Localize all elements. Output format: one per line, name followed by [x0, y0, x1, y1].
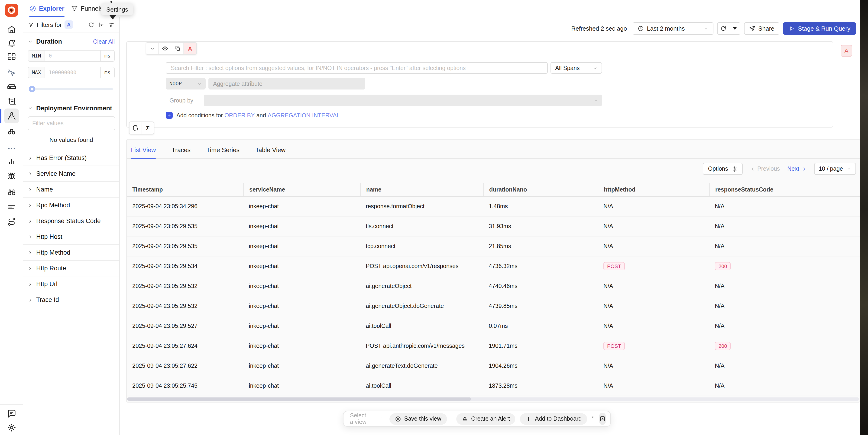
pipelines-route-icon[interactable]	[7, 217, 16, 226]
more-ellipsis-icon[interactable]	[7, 144, 16, 153]
shortcuts-panel-button[interactable]	[599, 413, 606, 425]
stage-run-query-button[interactable]: Stage & Run Query	[783, 22, 856, 35]
order-by-link[interactable]: ORDER BY	[224, 112, 255, 119]
explorer-binoculars-icon[interactable]	[7, 187, 16, 197]
view-tab-traces[interactable]: Traces	[172, 146, 191, 158]
previous-page-button[interactable]: Previous	[750, 166, 780, 172]
dashboards-grid-icon[interactable]	[7, 52, 16, 61]
deployment-filter-input[interactable]	[28, 116, 115, 130]
duration-max-input[interactable]	[45, 67, 100, 78]
table-row[interactable]: 2025-09-04 23:05:29.527inkeep-chatai.too…	[127, 316, 860, 336]
page-size-select[interactable]: 10 / page	[814, 163, 856, 175]
filter-section-http-url[interactable]: Http Url	[23, 276, 119, 292]
cell-responsestatuscode: 200	[709, 262, 860, 270]
table-row[interactable]: 2025-09-04 23:05:27.624inkeep-chatPOST a…	[127, 336, 860, 356]
view-tab-table-view[interactable]: Table View	[255, 146, 285, 158]
filter-section-has-error-status-[interactable]: Has Error (Status)	[23, 150, 119, 166]
home-icon[interactable]	[7, 25, 16, 34]
query-a-badge-red[interactable]: A	[184, 43, 196, 54]
status-badge: POST	[603, 262, 625, 270]
duration-min-input[interactable]	[45, 51, 100, 61]
filter-section-rpc-method[interactable]: Rpc Method	[23, 197, 119, 213]
slider-handle[interactable]	[29, 86, 35, 92]
list-lines-icon[interactable]	[7, 202, 16, 211]
table-row[interactable]: 2025-09-04 23:05:29.535inkeep-chattls.co…	[127, 216, 860, 236]
filter-section-service-name[interactable]: Service Name	[23, 166, 119, 181]
collapse-query-button[interactable]	[146, 43, 159, 54]
table-row[interactable]: 2025-09-04 23:05:29.535inkeep-chattcp.co…	[127, 236, 860, 257]
refresh-button[interactable]	[717, 23, 730, 34]
cell-durationnano: 0.07ms	[483, 323, 598, 329]
aggregation-interval-link[interactable]: AGGREGATION INTERVAL	[268, 112, 340, 119]
view-tab-list-view[interactable]: List View	[131, 146, 156, 158]
cell-servicename: inkeep-chat	[243, 303, 360, 309]
clone-query-button[interactable]	[171, 43, 184, 54]
cell-httpmethod: POST	[598, 262, 709, 270]
time-range-select[interactable]: Last 2 months	[632, 22, 713, 35]
alerts-bell-icon[interactable]	[7, 39, 16, 48]
filter-section-http-method[interactable]: Http Method	[23, 244, 119, 260]
refresh-options-button[interactable]	[730, 23, 740, 34]
settings-gear-icon[interactable]	[7, 423, 16, 432]
horizontal-scrollbar[interactable]	[127, 397, 859, 401]
exceptions-bug-icon[interactable]	[7, 172, 16, 181]
filter-section-name[interactable]: Name	[23, 181, 119, 197]
services-boxes-icon[interactable]	[7, 128, 16, 137]
filter-section-response-status-code[interactable]: Response Status Code	[23, 213, 119, 229]
cell-responsestatuscode: N/A	[709, 363, 860, 369]
query-selector-a-badge[interactable]: A	[841, 45, 852, 57]
span-scope-select[interactable]: All Spans	[551, 62, 602, 74]
plus-icon	[167, 113, 171, 117]
table-row[interactable]: 2025-09-04 23:05:29.534inkeep-chatPOST a…	[127, 257, 860, 276]
table-row[interactable]: 2025-09-04 23:05:27.622inkeep-chatai.gen…	[127, 356, 860, 376]
filter-sections: Has Error (Status)Service NameNameRpc Me…	[23, 150, 119, 307]
deployment-section-header[interactable]: Deployment Environment	[23, 99, 119, 112]
search-filter-input[interactable]	[166, 62, 548, 74]
query-builder-mode-button[interactable]	[129, 122, 142, 134]
duration-section-header[interactable]: Duration Clear All	[23, 32, 119, 45]
filter-settings-icon[interactable]	[108, 22, 115, 28]
tab-explorer[interactable]: Explorer	[29, 0, 64, 17]
aggregate-operator-select[interactable]: NOOP	[166, 78, 206, 90]
table-row[interactable]: 2025-09-04 23:05:29.532inkeep-chatai.gen…	[127, 276, 860, 296]
support-chat-icon[interactable]	[7, 409, 16, 418]
refresh-icon[interactable]	[88, 22, 94, 28]
logs-scroll-icon[interactable]	[7, 96, 16, 106]
query-a-badge-blue[interactable]: A	[64, 21, 73, 29]
infrastructure-drive-icon[interactable]	[7, 81, 16, 91]
table-row[interactable]: 2025-09-04 23:05:29.532inkeep-chatai.gen…	[127, 296, 860, 316]
aggregate-attribute-field: Aggregate attribute	[209, 78, 365, 90]
signoz-logo[interactable]	[5, 4, 18, 17]
toggle-visibility-button[interactable]	[159, 43, 171, 54]
tab-funnels[interactable]: Funnels	[71, 0, 103, 17]
traces-compass-icon[interactable]	[7, 111, 16, 121]
duration-slider[interactable]	[30, 86, 113, 92]
share-button[interactable]: Share	[744, 22, 779, 35]
table-row[interactable]: 2025-09-04 23:05:25.745inkeep-chatai.too…	[127, 376, 860, 396]
view-tab-time-series[interactable]: Time Series	[206, 146, 240, 158]
table-row[interactable]: 2025-09-04 23:05:34.296inkeep-chatrespon…	[127, 197, 860, 216]
chevron-right-icon	[802, 166, 807, 171]
filter-section-label: Http Host	[36, 233, 62, 240]
cursor-click-icon[interactable]	[7, 68, 16, 77]
save-view-button[interactable]: Save this view	[390, 413, 447, 425]
create-alert-button[interactable]: Create an Alert	[456, 413, 516, 425]
filter-section-http-route[interactable]: Http Route	[23, 260, 119, 276]
add-condition-button[interactable]	[166, 112, 173, 119]
scrollbar-thumb[interactable]	[127, 397, 471, 401]
cell-timestamp: 2025-09-04 23:05:29.534	[127, 263, 243, 269]
filter-section-http-host[interactable]: Http Host	[23, 229, 119, 244]
clear-all-link[interactable]: Clear All	[93, 38, 115, 45]
aggregate-sigma-button[interactable]: Σ	[142, 122, 154, 134]
gear-icon	[731, 166, 737, 172]
select-view-dropdown[interactable]: Select a view	[348, 412, 385, 425]
next-page-button[interactable]: Next	[787, 166, 806, 172]
cell-servicename: inkeep-chat	[243, 243, 360, 249]
collapse-panel-icon[interactable]	[98, 22, 104, 28]
add-to-dashboard-button[interactable]: Add to Dashboard	[520, 413, 587, 425]
info-icon[interactable]	[592, 415, 595, 422]
cell-name: ai.generateObject.doGenerate	[360, 303, 483, 309]
filter-section-trace-id[interactable]: Trace Id	[23, 292, 119, 307]
options-button[interactable]: Options	[703, 163, 742, 175]
metrics-chart-icon[interactable]	[7, 157, 16, 166]
